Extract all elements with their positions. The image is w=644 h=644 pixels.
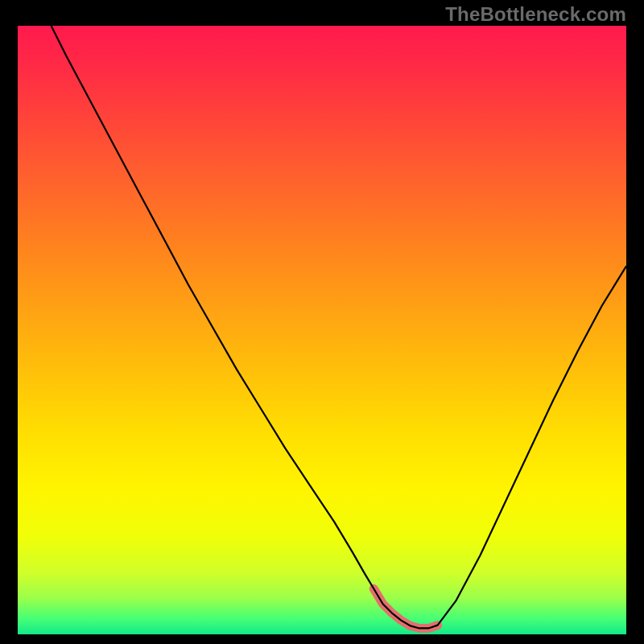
bottleneck-curve	[52, 26, 626, 628]
chart-container: TheBottleneck.com	[0, 0, 644, 644]
plot-area	[18, 26, 626, 634]
watermark-text: TheBottleneck.com	[445, 3, 626, 26]
curve-layer	[18, 26, 626, 634]
